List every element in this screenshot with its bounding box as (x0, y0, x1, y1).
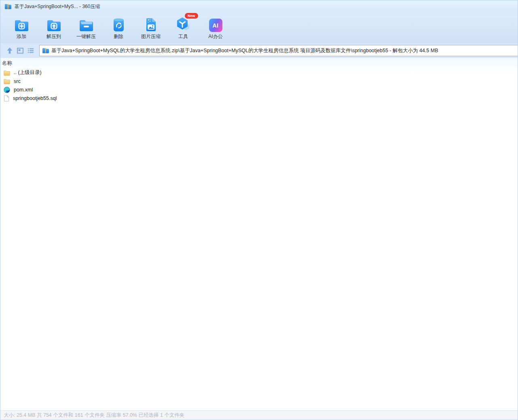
status-text: 大小: 25.4 MB 共 754 个文件和 161 个文件夹 压缩率 57.0… (4, 412, 184, 419)
file-row-parent-dir[interactable]: .. (上级目录) (0, 68, 518, 77)
file-name: .. (上级目录) (14, 69, 42, 76)
list-view-button[interactable] (25, 45, 36, 56)
status-bar: 大小: 25.4 MB 共 754 个文件和 161 个文件夹 压缩率 57.0… (0, 410, 518, 420)
titlebar: 基于Java+SpringBoot+MyS... - 360压缩 (0, 0, 518, 13)
add-button[interactable]: 添加 (5, 13, 38, 43)
window-title: 基于Java+SpringBoot+MyS... - 360压缩 (15, 3, 100, 10)
one-click-extract-button[interactable]: 一键解压 (70, 13, 102, 43)
tools-cube-icon (175, 17, 191, 32)
view-pane-button[interactable] (15, 45, 25, 56)
delete-button[interactable]: 删除 (102, 13, 135, 43)
ai-office-button[interactable]: AI AI办公 (199, 13, 232, 43)
address-input[interactable]: 基于Java+SpringBoot+MySQL的大学生租房信息系统.zip\基于… (39, 45, 518, 56)
tools-button[interactable]: New 工具 (167, 13, 199, 43)
image-compress-icon (145, 17, 157, 32)
file-name: pom.xml (14, 87, 33, 93)
delete-label: 删除 (114, 34, 123, 39)
up-arrow-icon (6, 47, 14, 55)
zip-archive-icon-small (42, 47, 49, 54)
view-pane-icon (16, 47, 24, 55)
list-view-icon (27, 47, 35, 55)
one-click-extract-icon (79, 17, 94, 32)
ai-office-label: AI办公 (208, 34, 222, 39)
folder-icon (4, 78, 10, 84)
file-name: springbootjeb55.sql (13, 95, 57, 101)
360zip-window: 基于Java+SpringBoot+MyS... - 360压缩 添加 (0, 0, 518, 420)
tools-label: 工具 (178, 34, 188, 39)
zip-archive-icon (4, 3, 11, 10)
file-list-area: 名称 .. (上级目录) src (0, 58, 518, 410)
delete-trash-icon (112, 17, 125, 32)
extract-to-label: 解压到 (47, 34, 61, 39)
folder-icon (4, 70, 10, 76)
file-name: src (14, 78, 21, 84)
sql-file-icon (4, 95, 9, 102)
file-row-sql[interactable]: springbootjeb55.sql (0, 94, 518, 102)
go-up-button[interactable] (4, 45, 15, 56)
file-row-pom[interactable]: pom.xml (0, 85, 518, 94)
new-badge: New (185, 13, 198, 19)
extract-to-icon (47, 17, 61, 32)
address-bar-row: 基于Java+SpringBoot+MySQL的大学生租房信息系统.zip\基于… (0, 43, 518, 58)
extract-to-button[interactable]: 解压到 (38, 13, 70, 43)
archive-path: 基于Java+SpringBoot+MySQL的大学生租房信息系统.zip\基于… (51, 47, 438, 54)
file-row-src[interactable]: src (0, 77, 518, 85)
add-folder-icon (14, 17, 29, 32)
image-compress-label: 图片压缩 (141, 34, 161, 39)
one-click-extract-label: 一键解压 (76, 34, 96, 39)
image-compress-button[interactable]: 图片压缩 (135, 13, 167, 43)
ai-tile-text: AI (209, 19, 222, 32)
ai-office-icon: AI (209, 17, 222, 32)
toolbar: 添加 解压到 一键解压 (0, 13, 518, 43)
add-label: 添加 (17, 34, 26, 39)
edge-browser-icon (4, 87, 10, 93)
column-header-name[interactable]: 名称 (0, 58, 518, 68)
